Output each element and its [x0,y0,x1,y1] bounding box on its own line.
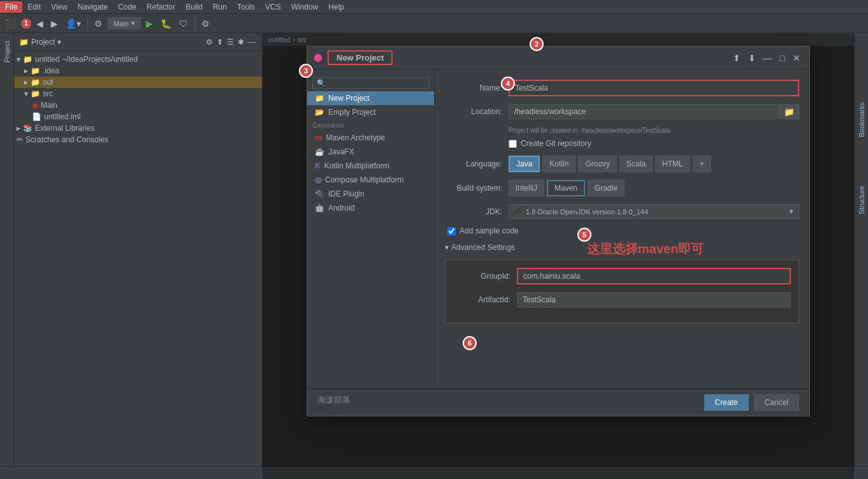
sidebar-item-maven-archetype[interactable]: m Maven Archetype [307,130,434,145]
git-checkbox-row: Create Git repository [509,139,799,148]
toolbar-build[interactable]: ⚙ [92,17,105,30]
build-maven[interactable]: Maven [547,180,585,196]
toolbar-run[interactable]: ▶ [143,17,156,30]
name-input[interactable] [509,80,799,96]
dialog-wrapper: 3 2 4 5 6 这里选择maven即可 ⬢ New Project [307,46,810,416]
menu-navigate[interactable]: Navigate [73,1,113,13]
lang-scala[interactable]: Scala [619,156,653,172]
sidebar-item-ide-plugin[interactable]: 🔌 IDE Plugin [307,187,434,201]
menu-build[interactable]: Build [180,1,208,13]
tree-item-scratches[interactable]: ✏ Scratches and Consoles [14,134,262,145]
location-input[interactable] [509,104,779,119]
artifactid-input[interactable] [517,292,791,307]
empty-project-icon: 📂 [315,108,324,117]
menu-edit[interactable]: Edit [22,1,46,13]
lang-groovy[interactable]: Groovy [578,156,617,172]
tree-item-out[interactable]: ▸ 📁 out [14,77,262,88]
sidebar-item-javafx[interactable]: ☕ JavaFX [307,145,434,159]
panel-title: 📁 Project ▾ [19,38,61,47]
folder-icon: 📁 [31,89,40,98]
tree-item-untitled-iml[interactable]: 📄 untitled.iml [14,111,262,122]
dialog-minimize[interactable]: — [761,53,775,63]
tree-item-untitled[interactable]: ▾ 📁 untitled ~/IdeaProjects/untitled [14,54,262,65]
toolbar-back[interactable]: ⬛ [3,17,18,30]
folder-icon: 📁 [31,78,40,87]
lang-java[interactable]: Java [509,156,540,172]
toolbar-badge-1: 1 [21,18,31,29]
plugin-icon: 🔌 [315,189,324,198]
advanced-content: GroupId: ArtifactId: [445,260,799,323]
sample-code-label: Add sample code [459,226,519,235]
dialog-nav-back[interactable]: ⬆ [730,53,743,63]
language-btn-group: Java Kotlin Groovy Scala HTML + [509,156,711,172]
watermark-text: 海泼部落 [317,394,351,411]
panel-minimize[interactable]: — [247,36,257,48]
sidebar-item-empty-project[interactable]: 📂 Empty Project [307,105,434,119]
tree-item-src[interactable]: ▾ 📁 src [14,88,262,99]
groupid-input[interactable] [517,268,791,284]
dialog-maximize[interactable]: □ [778,53,788,63]
intellij-icon: ⬢ [314,52,322,64]
kotlin-icon: K [315,161,321,170]
cancel-button[interactable]: Cancel [754,394,799,411]
menu-vcs[interactable]: VCS [260,1,286,13]
jdk-label: JDK: [445,207,509,216]
menu-refactor[interactable]: Refactor [141,1,180,13]
dialog-nav-forward[interactable]: ⬇ [746,53,758,63]
panel-gear[interactable]: ✱ [236,36,245,48]
menu-code[interactable]: Code [113,1,141,13]
language-label: Language: [445,159,509,168]
panel-settings[interactable]: ⚙ [205,36,214,48]
panel-collapse[interactable]: ☰ [226,36,235,48]
structure-tab[interactable]: Structure [855,181,868,219]
jdk-dropdown[interactable]: ⬛ 1.8 Oracle OpenJDK version 1.8.0_144 ▾ [509,204,799,219]
artifactid-label: ArtifactId: [453,295,517,304]
project-tree: ▾ 📁 untitled ~/IdeaProjects/untitled ▸ 📁… [14,51,262,479]
form-row-language: Language: Java Kotlin Groovy Scala HTML … [445,156,799,172]
dialog-search-input[interactable] [312,77,429,89]
create-git-checkbox[interactable] [509,140,517,148]
menu-file[interactable]: File [0,1,22,13]
create-button[interactable]: Create [704,394,749,411]
toolbar-nav-forward[interactable]: ▶ [48,17,61,30]
tree-item-external-libs[interactable]: ▸ 📚 External Libraries [14,122,262,134]
toolbar-user[interactable]: 👤▾ [63,17,83,30]
menu-run[interactable]: Run [208,1,232,13]
toolbar-coverage[interactable]: 🛡 [177,17,191,30]
bookmarks-tab[interactable]: Bookmarks [855,97,868,142]
lang-add[interactable]: + [693,156,711,172]
build-gradle[interactable]: Gradle [588,180,625,196]
menu-view[interactable]: View [46,1,73,13]
sample-code-checkbox[interactable] [447,227,456,235]
dialog-title: New Project [336,53,384,63]
lang-html[interactable]: HTML [655,156,690,172]
toolbar-main-dropdown[interactable]: Main ▾ [108,17,141,29]
annotation-4: 4 [501,77,515,91]
toolbar: ⬛ 1 ◀ ▶ 👤▾ ⚙ Main ▾ ▶ 🐛 🛡 ⚙ [0,14,868,33]
sidebar-item-compose-multiplatform[interactable]: ◎ Compose Multiplatform [307,173,434,187]
expand-icon: ▸ [24,66,28,75]
tree-item-main-scala[interactable]: ◉ Main [14,99,262,111]
tree-item-idea[interactable]: ▸ 📁 .idea [14,65,262,77]
location-browse-button[interactable]: 📁 [779,104,799,119]
lang-kotlin[interactable]: Kotlin [542,156,575,172]
menu-help[interactable]: Help [323,1,349,13]
toolbar-settings[interactable]: ⚙ [199,17,212,30]
location-label: Location: [445,107,509,116]
menu-window[interactable]: Window [286,1,324,13]
menu-tools[interactable]: Tools [232,1,260,13]
form-row-artifactid: ArtifactId: [453,292,791,307]
sidebar-item-android[interactable]: 🤖 Android [307,201,434,215]
build-intellij[interactable]: IntelliJ [509,180,544,196]
dialog-body: 📁 New Project 📂 Empty Project Generators… [307,70,809,388]
panel-scroll-top[interactable]: ⬆ [215,36,224,48]
sidebar-item-new-project[interactable]: 📁 New Project [307,91,434,105]
sidebar-item-kotlin-multiplatform[interactable]: K Kotlin Multiplatform [307,159,434,173]
dialog-close[interactable]: ✕ [790,53,803,63]
annotation-3: 3 [299,64,313,78]
toolbar-debug[interactable]: 🐛 [158,17,174,30]
project-tab[interactable]: Project [1,36,13,68]
build-system-label: Build system: [445,184,509,193]
form-row-name: Name: [445,80,799,96]
toolbar-nav-back[interactable]: ◀ [34,17,46,30]
